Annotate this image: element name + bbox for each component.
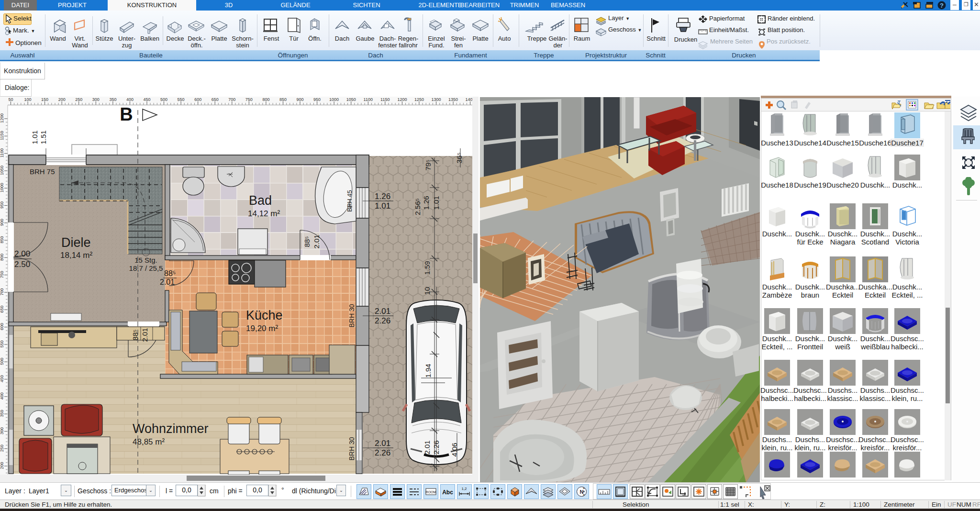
svg-text:36⁵: 36⁵ — [455, 153, 463, 164]
svg-text:88⁵: 88⁵ — [131, 330, 139, 341]
svg-text:2.26: 2.26 — [375, 448, 390, 457]
svg-text:?: ? — [940, 2, 944, 9]
svg-text:88⁵: 88⁵ — [303, 236, 311, 247]
svg-text:750: 750 — [245, 97, 253, 102]
svg-text:1000: 1000 — [0, 183, 4, 192]
svg-text:18,14 m²: 18,14 m² — [60, 251, 92, 260]
svg-text:18,7 / 25,5: 18,7 / 25,5 — [129, 264, 163, 272]
svg-text:2.01: 2.01 — [423, 440, 431, 454]
svg-text:850: 850 — [0, 236, 4, 244]
svg-text:1.51: 1.51 — [39, 130, 47, 144]
svg-text:Abc: Abc — [442, 489, 453, 496]
svg-text:400: 400 — [126, 97, 134, 102]
svg-text:1300: 1300 — [431, 97, 441, 102]
svg-text:Wohnzimmer: Wohnzimmer — [133, 422, 209, 436]
svg-text:1400: 1400 — [466, 97, 472, 102]
svg-text:2.01: 2.01 — [375, 439, 390, 448]
svg-text:650: 650 — [212, 97, 219, 102]
svg-text:950: 950 — [313, 97, 321, 102]
svg-text:200: 200 — [58, 97, 66, 102]
svg-text:50: 50 — [8, 97, 13, 102]
svg-text:850: 850 — [279, 97, 287, 102]
svg-text:2.00: 2.00 — [14, 249, 30, 258]
svg-text:BRH 30: BRH 30 — [348, 437, 356, 460]
svg-text:48,85 m²: 48,85 m² — [133, 437, 165, 446]
svg-text:450: 450 — [143, 97, 150, 102]
svg-text:500: 500 — [160, 97, 167, 102]
svg-text:1150: 1150 — [380, 97, 390, 102]
svg-text:14,12 m²: 14,12 m² — [248, 209, 280, 218]
svg-text:ROOM: ROOM — [426, 490, 436, 494]
svg-text:550: 550 — [0, 340, 4, 347]
svg-text:Küche: Küche — [246, 308, 283, 322]
svg-text:1.59: 1.59 — [423, 261, 431, 275]
svg-text:1000: 1000 — [329, 97, 339, 102]
svg-text:1,2: 1,2 — [461, 487, 467, 491]
svg-text:300: 300 — [0, 427, 4, 434]
svg-text:500: 500 — [0, 358, 4, 365]
svg-text:2.01: 2.01 — [312, 234, 321, 248]
svg-text:150: 150 — [41, 97, 48, 102]
svg-text:350: 350 — [0, 410, 4, 417]
svg-text:BRH 45: BRH 45 — [346, 190, 353, 212]
svg-text:88⁵: 88⁵ — [164, 269, 176, 278]
svg-text:2.01: 2.01 — [375, 307, 390, 316]
svg-text:900: 900 — [0, 219, 4, 226]
svg-text:800: 800 — [0, 254, 4, 261]
svg-text:2.56⁵: 2.56⁵ — [413, 198, 422, 215]
svg-text:1.26: 1.26 — [375, 192, 390, 201]
svg-text:100: 100 — [24, 97, 32, 102]
svg-text:Diele: Diele — [61, 235, 91, 250]
svg-text:700: 700 — [0, 288, 4, 295]
svg-text:900: 900 — [296, 97, 303, 102]
svg-text:550: 550 — [178, 97, 185, 102]
svg-text:1050: 1050 — [346, 97, 356, 102]
svg-text:200: 200 — [0, 462, 4, 469]
svg-text:BRH 75: BRH 75 — [30, 167, 55, 176]
svg-text:700: 700 — [228, 97, 235, 102]
svg-text:600: 600 — [194, 97, 201, 102]
svg-text:2.50: 2.50 — [14, 260, 30, 269]
svg-text:1050: 1050 — [0, 166, 4, 175]
svg-text:1.94: 1.94 — [424, 364, 432, 378]
svg-text:650: 650 — [0, 306, 4, 313]
svg-text:19,20 m²: 19,20 m² — [246, 324, 278, 333]
svg-text:350: 350 — [109, 97, 116, 102]
svg-text:79⁵: 79⁵ — [424, 160, 432, 171]
svg-text:1200: 1200 — [397, 97, 407, 102]
svg-text:2.26: 2.26 — [432, 440, 440, 454]
svg-text:2.01: 2.01 — [160, 278, 175, 286]
svg-text:1100: 1100 — [0, 148, 4, 157]
svg-text:B: B — [120, 104, 133, 124]
svg-text:1150: 1150 — [0, 131, 4, 140]
svg-text:1350: 1350 — [448, 97, 458, 102]
svg-text:1.01: 1.01 — [31, 130, 39, 144]
svg-text:950: 950 — [0, 201, 4, 209]
svg-text:250: 250 — [0, 444, 4, 452]
svg-text:BRH 30: BRH 30 — [348, 304, 356, 327]
svg-text:Bad: Bad — [249, 193, 272, 208]
svg-text:2.01: 2.01 — [141, 328, 149, 342]
svg-text:1200: 1200 — [0, 113, 4, 123]
svg-text:1.01: 1.01 — [375, 201, 390, 211]
svg-text:10: 10 — [423, 287, 431, 295]
svg-text:300: 300 — [92, 97, 100, 102]
svg-text:2.26: 2.26 — [375, 316, 390, 325]
svg-text:400: 400 — [0, 392, 4, 400]
svg-text:1.01: 1.01 — [432, 196, 440, 210]
svg-text:750: 750 — [0, 271, 4, 278]
svg-text:1.26: 1.26 — [422, 196, 430, 210]
svg-text:250: 250 — [75, 97, 82, 102]
svg-text:1250: 1250 — [414, 97, 424, 102]
svg-text:800: 800 — [262, 97, 269, 102]
svg-text:450: 450 — [0, 375, 4, 382]
svg-text:600: 600 — [0, 323, 4, 330]
svg-text:1100: 1100 — [364, 97, 373, 102]
